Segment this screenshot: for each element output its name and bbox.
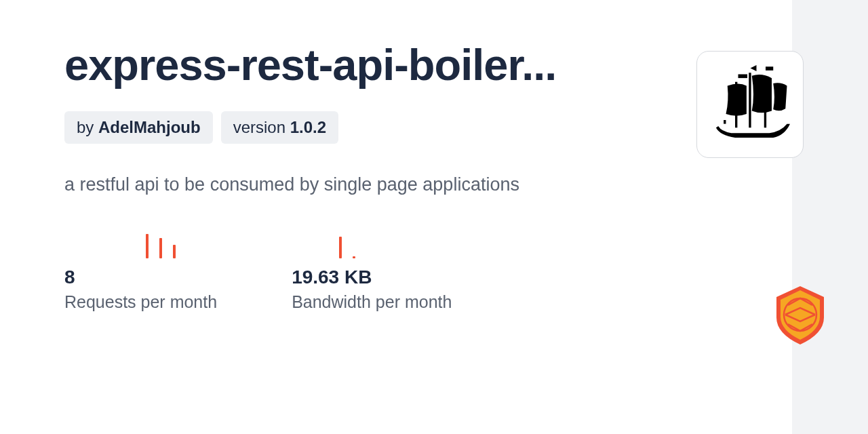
version-badge[interactable]: version 1.0.2	[221, 111, 338, 144]
bandwidth-stat: 19.63 KB Bandwidth per month	[292, 226, 452, 312]
bandwidth-sparkline	[292, 226, 452, 258]
ship-icon	[705, 59, 796, 151]
bandwidth-label: Bandwidth per month	[292, 292, 452, 312]
spark-bar	[173, 245, 176, 258]
spark-bar	[353, 256, 355, 258]
author-badge[interactable]: by AdelMahjoub	[64, 111, 213, 144]
package-avatar	[696, 51, 804, 158]
requests-stat: 8 Requests per month	[64, 226, 217, 312]
requests-sparkline	[64, 226, 217, 258]
spark-bar	[339, 237, 342, 258]
version-value: 1.0.2	[290, 118, 326, 136]
svg-rect-0	[749, 73, 751, 127]
version-prefix: version	[233, 118, 290, 136]
bandwidth-value: 19.63 KB	[292, 267, 452, 288]
requests-label: Requests per month	[64, 292, 217, 312]
package-description: a restful api to be consumed by single p…	[64, 171, 553, 199]
shield-badge-icon	[773, 285, 827, 346]
author-name: AdelMahjoub	[98, 118, 201, 136]
spark-bar	[159, 238, 162, 258]
requests-value: 8	[64, 267, 217, 288]
stats-row: 8 Requests per month 19.63 KB Bandwidth …	[64, 226, 868, 312]
author-prefix: by	[77, 118, 98, 136]
spark-bar	[146, 234, 149, 258]
